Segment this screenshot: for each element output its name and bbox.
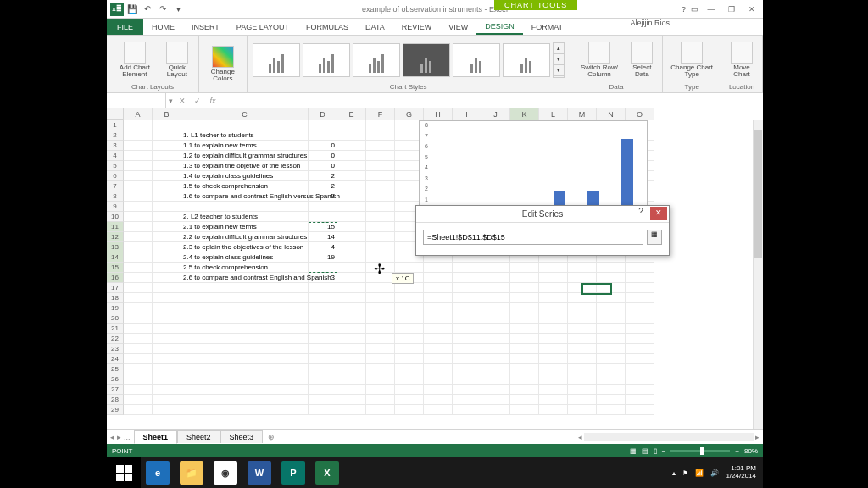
- cell[interactable]: [568, 283, 597, 293]
- cell[interactable]: [366, 120, 395, 130]
- taskbar-ie[interactable]: e: [141, 458, 175, 488]
- cell[interactable]: [481, 374, 510, 385]
- cell[interactable]: [510, 263, 539, 273]
- dialog-close-button[interactable]: ✕: [650, 207, 667, 220]
- cancel-icon[interactable]: ✕: [175, 97, 190, 105]
- cell[interactable]: [453, 313, 481, 324]
- cell[interactable]: [510, 344, 539, 354]
- zoom-out-icon[interactable]: −: [662, 447, 666, 455]
- cell[interactable]: [337, 151, 366, 161]
- view-layout-icon[interactable]: ▤: [642, 447, 648, 455]
- cell[interactable]: [366, 283, 395, 293]
- cell[interactable]: [539, 263, 568, 273]
- chart-bar[interactable]: [621, 139, 633, 214]
- cell[interactable]: [510, 273, 539, 283]
- cell[interactable]: [337, 232, 366, 242]
- cell[interactable]: [153, 263, 181, 273]
- cell[interactable]: [539, 354, 568, 364]
- cell[interactable]: [337, 141, 366, 151]
- sheet-nav-more[interactable]: ...: [124, 433, 131, 441]
- cell[interactable]: [539, 334, 568, 344]
- cell[interactable]: 0: [309, 151, 337, 161]
- redo-icon[interactable]: ↷: [156, 3, 170, 16]
- cell[interactable]: [597, 283, 626, 293]
- fx-icon[interactable]: fx: [205, 97, 220, 105]
- cell[interactable]: [453, 283, 481, 293]
- cell[interactable]: [124, 303, 153, 313]
- cell[interactable]: [124, 171, 153, 181]
- cell[interactable]: [337, 222, 366, 232]
- cell[interactable]: 2.5 to check comprehension: [181, 263, 309, 273]
- cell[interactable]: [366, 334, 395, 344]
- cell[interactable]: [453, 385, 481, 395]
- tab-view[interactable]: VIEW: [440, 19, 476, 35]
- cell[interactable]: [337, 324, 366, 334]
- row-header[interactable]: 24: [107, 354, 124, 364]
- sheet-tab-1[interactable]: Sheet1: [134, 430, 178, 444]
- row-header[interactable]: 4: [107, 151, 124, 161]
- cell[interactable]: [366, 252, 395, 263]
- cell[interactable]: [597, 324, 626, 334]
- chart-style-thumb[interactable]: [303, 43, 350, 77]
- cell[interactable]: [481, 273, 510, 283]
- cell[interactable]: 4: [309, 242, 337, 252]
- cell[interactable]: [626, 283, 654, 293]
- cell[interactable]: [366, 232, 395, 242]
- cell[interactable]: [366, 242, 395, 252]
- cell[interactable]: [153, 222, 181, 232]
- cell[interactable]: [309, 283, 337, 293]
- cell[interactable]: [395, 374, 424, 385]
- cell[interactable]: [453, 303, 481, 313]
- cell[interactable]: [153, 313, 181, 324]
- cell[interactable]: [597, 273, 626, 283]
- series-range-input[interactable]: [423, 230, 643, 245]
- hscroll-left-icon[interactable]: ◂: [578, 433, 582, 441]
- cell[interactable]: 2: [309, 171, 337, 181]
- cell[interactable]: [153, 334, 181, 344]
- tab-format[interactable]: FORMAT: [523, 19, 571, 35]
- cell[interactable]: [309, 364, 337, 374]
- cell[interactable]: 0: [309, 161, 337, 171]
- row-header[interactable]: 17: [107, 283, 124, 293]
- cell[interactable]: [309, 395, 337, 405]
- cell[interactable]: [366, 324, 395, 334]
- cell[interactable]: [395, 364, 424, 374]
- cell[interactable]: [366, 395, 395, 405]
- cell[interactable]: [395, 334, 424, 344]
- cell[interactable]: [510, 395, 539, 405]
- cell[interactable]: [309, 374, 337, 385]
- cell[interactable]: [626, 374, 654, 385]
- cell[interactable]: [181, 202, 309, 212]
- cell[interactable]: [424, 303, 453, 313]
- cell[interactable]: [453, 364, 481, 374]
- cell[interactable]: [597, 293, 626, 303]
- cell[interactable]: 1.1 to explain new terms: [181, 141, 309, 151]
- chart-style-thumb[interactable]: [453, 43, 500, 77]
- row-header[interactable]: 22: [107, 334, 124, 344]
- cell[interactable]: [366, 263, 395, 273]
- minimize-button[interactable]: —: [704, 3, 719, 15]
- chart-style-thumb[interactable]: [503, 43, 550, 77]
- column-header[interactable]: D: [309, 108, 337, 120]
- cell[interactable]: [124, 263, 153, 273]
- cell[interactable]: [481, 395, 510, 405]
- zoom-level[interactable]: 80%: [744, 447, 758, 455]
- horizontal-scrollbar[interactable]: [584, 433, 754, 441]
- select-data-button[interactable]: Select Data: [626, 40, 657, 80]
- cell[interactable]: [568, 293, 597, 303]
- cell[interactable]: [124, 212, 153, 222]
- column-header[interactable]: B: [153, 108, 181, 120]
- column-header[interactable]: K: [510, 108, 539, 120]
- cell[interactable]: [124, 293, 153, 303]
- cell[interactable]: 2.4 to explain class guidelines: [181, 252, 309, 263]
- cell[interactable]: [453, 334, 481, 344]
- cell[interactable]: [568, 395, 597, 405]
- cell[interactable]: 19: [309, 252, 337, 263]
- cell[interactable]: [510, 364, 539, 374]
- cell[interactable]: [309, 130, 337, 141]
- cell[interactable]: [153, 252, 181, 263]
- cell[interactable]: [510, 283, 539, 293]
- change-colors-button[interactable]: Change Colors: [204, 44, 242, 84]
- cell[interactable]: 2. L2 teacher to students: [181, 212, 309, 222]
- column-header[interactable]: G: [395, 108, 424, 120]
